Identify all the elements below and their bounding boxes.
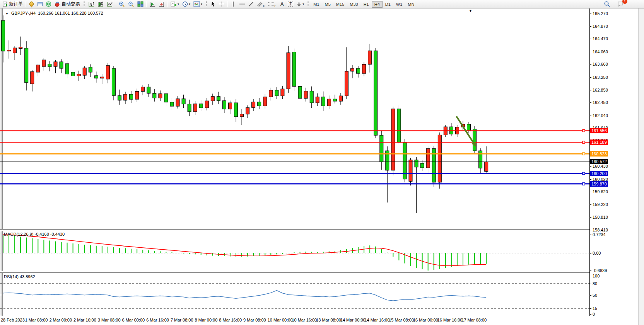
fibonacci-icon — [268, 1, 274, 7]
time-axis-label: 13 Mar 08:00 — [316, 318, 341, 322]
chart-shift-button[interactable] — [157, 0, 166, 8]
axis-tick — [590, 284, 591, 284]
channel-subscript: E — [263, 4, 265, 8]
notification-badge: 1 — [622, 0, 627, 4]
macd-tick-label: 0.7234 — [593, 232, 606, 237]
timeframe-button-mn[interactable]: MN — [405, 1, 417, 8]
chart-shift-icon — [159, 1, 165, 7]
timeframe-button-m1[interactable]: M1 — [311, 1, 322, 8]
macd-panel-canvas[interactable] — [0, 231, 589, 272]
timeframe-button-h4[interactable]: H4 — [372, 1, 383, 8]
timeframe-button-d1[interactable]: D1 — [383, 1, 393, 8]
timeframe-button-m15[interactable]: M15 — [333, 1, 347, 8]
price-tick-label: 162.040 — [593, 113, 608, 118]
trendline-tool-button[interactable] — [247, 0, 256, 8]
timeframe-button-m5[interactable]: M5 — [322, 1, 333, 8]
time-axis-label: 17 Mar 08:00 — [461, 318, 487, 322]
price-line-label-161.556: 161.556 — [590, 128, 608, 133]
tile-windows-icon — [137, 1, 143, 7]
time-axis-label: 10 Mar 00:00 — [268, 318, 293, 322]
macd-indicator-label: MACD(12,26,9) -0.4160 -0.4430 — [4, 232, 65, 237]
text-tool-button[interactable]: A — [278, 0, 286, 8]
toolbar-drag-handle[interactable] — [83, 1, 85, 7]
rsi-tick-label: 50 — [593, 293, 597, 298]
bar-chart-type-button[interactable] — [87, 0, 96, 8]
fibonacci-tool-button[interactable]: F — [266, 0, 278, 8]
zoom-out-button[interactable] — [126, 0, 136, 8]
line-chart-type-button[interactable] — [105, 0, 114, 8]
timeframe-button-w1[interactable]: W1 — [393, 1, 405, 8]
time-axis-label: 8 Mar 00:00 — [195, 318, 218, 322]
auto-trading-label: 自动交易 — [61, 1, 80, 7]
panel-separator[interactable] — [0, 271, 589, 273]
new-chart-icon — [171, 1, 177, 7]
timeframe-button-h1[interactable]: H1 — [361, 1, 372, 8]
arrows-tool-button[interactable]: ▾ — [295, 0, 306, 8]
templates-button[interactable]: ▾ — [192, 0, 204, 8]
time-axis-label: 8 Mar 16:00 — [219, 318, 242, 322]
search-button[interactable] — [602, 0, 612, 8]
toolbar-drag-handle[interactable] — [307, 1, 309, 7]
axis-tick — [590, 230, 591, 230]
window-right-edge — [638, 9, 644, 325]
timeframe-button-m30[interactable]: M30 — [347, 1, 360, 8]
time-axis[interactable]: 28 Feb 20231 Mar 08:002 Mar 00:002 Mar 1… — [0, 316, 589, 325]
time-axis-label: 16 Mar 00:00 — [413, 318, 438, 322]
title-dropdown-icon[interactable]: ▼ — [5, 12, 9, 15]
crosshair-tool-button[interactable] — [217, 0, 226, 8]
time-axis-label: 9 Mar 08:00 — [243, 318, 266, 322]
new-chart-button[interactable]: ▾ — [169, 0, 181, 8]
cursor-tool-button[interactable] — [209, 0, 217, 8]
tile-windows-button[interactable] — [136, 0, 145, 8]
signals-button[interactable] — [44, 0, 53, 8]
arrows-tool-icon — [296, 2, 302, 7]
ohlc-high: 161.061 — [55, 11, 70, 15]
price-tick-label: 164.470 — [593, 36, 608, 41]
mt4-window: 新订单 自动交易 — [0, 0, 644, 325]
charts-button[interactable] — [36, 0, 44, 8]
price-chart-canvas[interactable] — [0, 9, 589, 229]
toolbar-drag-handle[interactable] — [205, 1, 207, 7]
time-axis-label: 15 Mar 08:00 — [389, 318, 414, 322]
time-axis-label: 14 Mar 00:00 — [340, 318, 366, 322]
candlestick-type-button[interactable] — [96, 0, 105, 8]
vertical-line-icon — [231, 1, 236, 7]
zoom-out-icon — [128, 1, 134, 7]
price-axis[interactable]: 165.270164.870164.470164.060163.660163.2… — [589, 9, 638, 316]
label-tool-button[interactable]: T — [286, 0, 295, 8]
chevron-down-icon: ▾ — [201, 2, 202, 6]
signal-icon — [46, 1, 51, 7]
periods-button[interactable]: ▾ — [181, 0, 192, 8]
toolbar-separator — [26, 1, 26, 7]
channel-tool-button[interactable]: E — [256, 0, 266, 8]
toolbar-separator — [146, 1, 147, 7]
auto-trading-button[interactable]: 自动交易 — [53, 0, 82, 8]
price-line-label-160.200: 160.200 — [590, 171, 608, 176]
horizontal-line-tool-button[interactable] — [237, 0, 247, 8]
vertical-line-tool-button[interactable] — [229, 0, 237, 8]
notifications-button[interactable]: 1 — [616, 0, 625, 8]
zoom-in-button[interactable] — [117, 0, 126, 8]
price-tick-label: 160.430 — [593, 164, 608, 168]
axis-tick — [590, 39, 591, 39]
fibonacci-subscript: F — [274, 4, 276, 8]
horizontal-line-icon — [239, 1, 245, 7]
new-order-icon — [2, 2, 8, 7]
price-line-label-161.189: 161.189 — [590, 140, 608, 145]
axis-tick — [590, 179, 591, 180]
ohlc-low: 160.228 — [71, 11, 87, 15]
rsi-panel-canvas[interactable] — [0, 273, 589, 316]
market-watch-button[interactable] — [27, 0, 36, 8]
time-axis-label: 6 Mar 16:00 — [146, 318, 169, 322]
rsi-tick-label: 80 — [593, 281, 597, 286]
price-line-label-159.870: 159.870 — [590, 181, 608, 187]
new-order-button[interactable]: 新订单 — [1, 0, 24, 8]
clock-icon — [182, 1, 188, 7]
axis-tick — [590, 77, 591, 78]
text-tool-icon: A — [280, 1, 284, 7]
auto-scroll-button[interactable] — [148, 0, 157, 8]
rsi-tick-label: 100 — [593, 274, 600, 278]
auto-trading-icon — [55, 2, 60, 7]
macd-tick-label: -0.6839 — [593, 268, 607, 273]
panel-separator[interactable] — [0, 229, 589, 231]
